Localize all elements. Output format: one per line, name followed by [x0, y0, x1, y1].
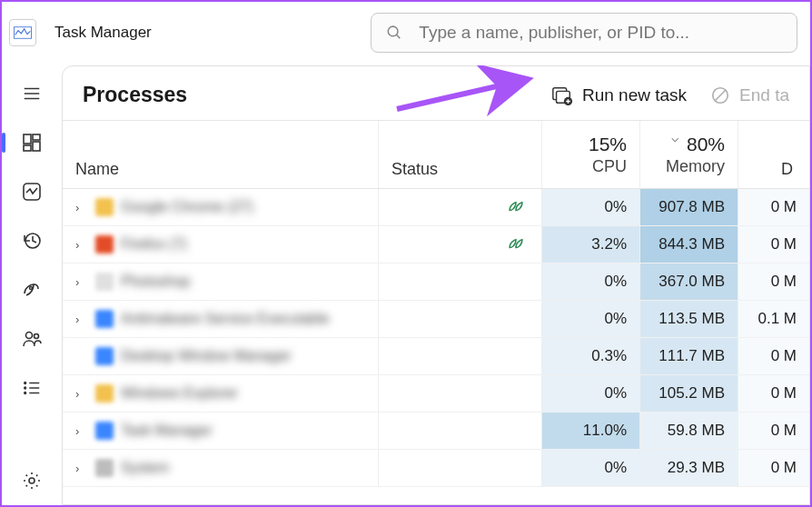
process-icon — [95, 198, 114, 216]
disk-cell: 0.1 M — [738, 301, 809, 337]
expand-chevron-icon[interactable]: › — [75, 462, 88, 475]
nav-startup[interactable] — [5, 265, 58, 314]
process-row[interactable]: Desktop Window Manager0.3%111.7 MB0 M — [63, 338, 809, 375]
process-icon — [95, 459, 114, 477]
cpu-cell: 0.3% — [542, 338, 640, 374]
cpu-cell: 0% — [542, 263, 640, 300]
cpu-cell: 0% — [542, 375, 640, 412]
cpu-label: CPU — [592, 157, 627, 176]
run-new-task-button[interactable]: Run new task — [551, 85, 687, 105]
nav-details[interactable] — [5, 363, 58, 413]
cpu-cell: 3.2% — [542, 226, 640, 263]
process-row[interactable]: ›Firefox (7)3.2%844.3 MB0 M — [63, 226, 809, 263]
svg-point-21 — [29, 478, 35, 483]
search-input[interactable] — [419, 23, 782, 43]
process-icon — [95, 310, 114, 328]
content-panel: Processes Run new task End ta Name Statu… — [62, 65, 810, 505]
app-title: Task Manager — [54, 24, 152, 42]
process-icon — [95, 422, 114, 440]
disk-cell: 0 M — [738, 189, 809, 225]
process-status — [379, 375, 542, 412]
svg-rect-7 — [33, 134, 40, 140]
process-icon — [95, 384, 114, 403]
process-icon — [95, 347, 114, 365]
cpu-cell: 0% — [542, 301, 640, 337]
end-task-label: End ta — [739, 85, 789, 105]
run-new-task-label: Run new task — [582, 85, 687, 105]
nav-app-history[interactable] — [5, 216, 58, 265]
process-row[interactable]: ›Antimalware Service Executable0%113.5 M… — [63, 301, 809, 338]
col-memory[interactable]: ⌵ 80% Memory — [640, 121, 738, 188]
process-list: ›Google Chrome (27)0%907.8 MB0 M›Firefox… — [63, 189, 809, 504]
process-status — [379, 301, 542, 337]
col-name[interactable]: Name — [63, 121, 379, 188]
sidebar — [2, 64, 62, 505]
expand-chevron-icon[interactable]: › — [75, 424, 88, 438]
process-name: System — [121, 460, 169, 476]
memory-cell: 367.0 MB — [640, 263, 738, 300]
process-name: Desktop Window Manager — [121, 348, 292, 364]
col-disk[interactable]: D — [738, 121, 809, 188]
svg-line-2 — [396, 35, 400, 38]
disk-cell: 0 M — [738, 413, 809, 449]
process-row[interactable]: ›Task Manager11.0%59.8 MB0 M — [63, 413, 809, 450]
nav-users[interactable] — [5, 314, 58, 363]
process-name: Windows Explorer — [121, 385, 238, 402]
process-row[interactable]: ›Windows Explorer0%105.2 MB0 M — [63, 375, 809, 413]
cpu-usage-pct: 15% — [589, 134, 627, 155]
process-status — [379, 413, 542, 449]
expand-chevron-icon[interactable]: › — [75, 201, 88, 214]
process-name: Antimalware Service Executable — [121, 311, 329, 327]
col-cpu[interactable]: 15% CPU — [542, 121, 640, 188]
cpu-cell: 0% — [542, 450, 640, 486]
process-status — [379, 189, 542, 225]
hamburger-button[interactable] — [5, 69, 58, 118]
expand-chevron-icon[interactable]: › — [75, 238, 88, 252]
col-status[interactable]: Status — [379, 121, 542, 188]
svg-point-1 — [388, 26, 398, 36]
process-icon — [95, 235, 114, 254]
memory-usage-pct: 80% — [687, 134, 725, 155]
svg-point-15 — [25, 383, 26, 384]
memory-cell: 113.5 MB — [640, 301, 738, 337]
svg-line-28 — [716, 90, 726, 100]
svg-rect-9 — [24, 145, 31, 151]
expand-chevron-icon[interactable]: › — [75, 275, 88, 289]
memory-cell: 59.8 MB — [640, 413, 738, 449]
end-task-button: End ta — [710, 85, 789, 105]
nav-performance[interactable] — [5, 167, 58, 216]
process-row[interactable]: ›System0%29.3 MB0 M — [63, 450, 809, 487]
end-task-icon — [710, 85, 730, 105]
process-status — [379, 226, 542, 263]
process-status — [379, 263, 542, 300]
disk-cell: 0 M — [738, 338, 809, 374]
search-box[interactable] — [371, 13, 797, 53]
cpu-cell: 0% — [542, 189, 640, 225]
app-icon — [9, 19, 36, 46]
svg-point-13 — [26, 333, 33, 339]
expand-chevron-icon[interactable]: › — [75, 313, 88, 326]
svg-point-16 — [25, 387, 26, 389]
run-task-icon — [551, 85, 573, 105]
efficiency-leaf-icon — [505, 235, 527, 254]
disk-cell: 0 M — [738, 226, 809, 263]
svg-point-14 — [35, 334, 39, 339]
nav-settings[interactable] — [5, 456, 58, 505]
cpu-cell: 11.0% — [542, 413, 640, 449]
svg-point-12 — [30, 287, 33, 290]
process-row[interactable]: ›Photoshop0%367.0 MB0 M — [63, 263, 809, 301]
nav-processes[interactable] — [5, 118, 58, 167]
process-name: Photoshop — [121, 273, 191, 290]
memory-cell: 29.3 MB — [640, 450, 738, 486]
process-status — [379, 338, 542, 374]
search-icon — [386, 24, 402, 42]
efficiency-leaf-icon — [505, 198, 527, 216]
process-name: Google Chrome (27) — [121, 199, 253, 215]
memory-cell: 105.2 MB — [640, 375, 738, 412]
expand-chevron-icon[interactable]: › — [75, 387, 88, 401]
svg-rect-6 — [24, 134, 31, 144]
memory-cell: 907.8 MB — [640, 189, 738, 225]
sort-chevron-icon: ⌵ — [671, 130, 678, 144]
process-row[interactable]: ›Google Chrome (27)0%907.8 MB0 M — [63, 189, 809, 226]
svg-rect-8 — [33, 142, 40, 151]
